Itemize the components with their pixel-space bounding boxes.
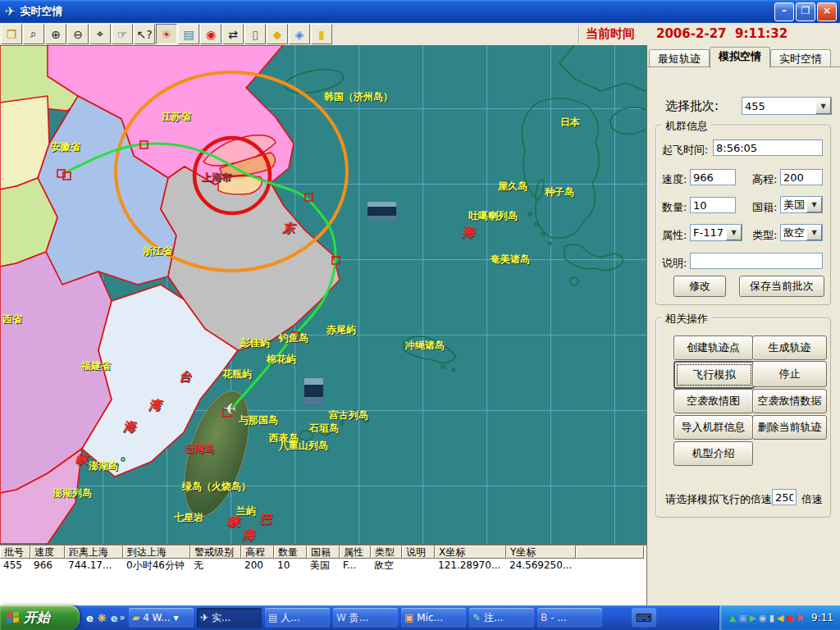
quicklaunch-ie-icon[interactable]: e bbox=[86, 612, 94, 624]
type-combobox[interactable]: 敌空 ▼ bbox=[780, 224, 823, 241]
taskbar-button[interactable]: B- ... bbox=[537, 608, 602, 628]
taskbar-button[interactable]: ▰4 W...▾ bbox=[129, 608, 194, 628]
table-row[interactable]: 455966744.17...0小时46分钟无20010美国F...敌空121.… bbox=[0, 559, 646, 572]
chevron-more-icon[interactable]: » bbox=[120, 612, 126, 623]
maximize-button[interactable]: ❐ bbox=[796, 2, 815, 21]
new-doc-icon[interactable]: ▯ bbox=[244, 24, 266, 44]
tab-最短轨迹[interactable]: 最短轨迹 bbox=[649, 49, 710, 67]
info-panel-icon[interactable]: ▤ bbox=[178, 24, 199, 44]
start-button-label: 开始 bbox=[24, 609, 50, 627]
table-column-header[interactable]: 速度 bbox=[30, 546, 65, 559]
ship-photo-marker[interactable] bbox=[304, 377, 324, 405]
map-label: 屋久岛 bbox=[498, 181, 527, 191]
table-column-header[interactable]: 国籍 bbox=[307, 546, 340, 559]
current-time: 当前时间2006-2-27 9:11:32 bbox=[586, 26, 788, 42]
table-column-header[interactable]: 类型 bbox=[371, 546, 402, 559]
layers-icon[interactable]: ◈ bbox=[289, 24, 310, 44]
quicklaunch-msn-icon[interactable]: ❋ bbox=[98, 612, 107, 624]
map-canvas[interactable]: 韩国（济州岛）日本江苏省安徽省上海市浙江省西省福建省屋久岛种子岛吐噶喇列岛奄美诸… bbox=[0, 45, 646, 544]
op-button-空袭敌情数据[interactable]: 空袭敌情数据 bbox=[752, 389, 827, 413]
tray-alert-icon[interactable]: ✖ bbox=[797, 614, 804, 623]
map-label: 奄美诸岛 bbox=[491, 254, 530, 264]
zoom-out-icon[interactable]: ⊖ bbox=[67, 24, 89, 44]
map-label: 海 bbox=[242, 529, 254, 541]
op-button-创建轨迹点[interactable]: 创建轨迹点 bbox=[673, 336, 753, 360]
table-column-header[interactable]: 属性 bbox=[340, 546, 371, 559]
save-batch-button[interactable]: 保存当前批次 bbox=[739, 276, 824, 297]
tray-volume-aux-icon[interactable]: ◉ bbox=[759, 614, 767, 623]
close-button[interactable]: × bbox=[817, 2, 837, 21]
altitude-field[interactable] bbox=[780, 169, 823, 185]
op-button-生成轨迹[interactable]: 生成轨迹 bbox=[752, 336, 827, 360]
tray-network-icon[interactable]: ▣ bbox=[738, 614, 746, 623]
chevron-down-icon[interactable]: ▼ bbox=[806, 225, 822, 240]
taskbar-button[interactable]: ▣Mic... bbox=[401, 608, 466, 628]
chevron-down-icon[interactable]: ▼ bbox=[815, 98, 831, 114]
takeoff-time-field[interactable] bbox=[713, 139, 823, 156]
attribute-combobox[interactable]: F-117 ▼ bbox=[690, 224, 742, 241]
minimize-button[interactable]: – bbox=[774, 2, 794, 21]
table-cell: 24.569250... bbox=[506, 559, 576, 572]
tab-实时空情[interactable]: 实时空情 bbox=[770, 49, 831, 67]
zoom-full-icon[interactable]: ⌕ bbox=[23, 24, 44, 44]
op-button-空袭敌情图[interactable]: 空袭敌情图 bbox=[673, 389, 753, 413]
table-column-header[interactable]: 距离上海 bbox=[65, 546, 123, 559]
batch-select-combobox[interactable]: 455 ▼ bbox=[742, 97, 832, 115]
table-cell: 敌空 bbox=[371, 559, 402, 572]
open-file-icon[interactable]: ❐ bbox=[1, 24, 22, 44]
op-button-机型介绍[interactable]: 机型介绍 bbox=[673, 441, 753, 466]
taskbar-button[interactable]: ▤人... bbox=[265, 608, 330, 628]
taskbar-button[interactable]: ✈实... bbox=[197, 608, 262, 628]
table-column-header[interactable]: 到达上海 bbox=[123, 546, 190, 559]
pan-hand-icon[interactable]: ☞ bbox=[112, 24, 133, 44]
keyboard-layout-button[interactable]: ⌨ bbox=[632, 608, 656, 628]
map-label: 西省 bbox=[2, 314, 22, 324]
tray-battery-icon[interactable]: ▮ bbox=[769, 614, 774, 623]
map-label: 日本 bbox=[560, 117, 580, 127]
table-column-header[interactable]: 数量 bbox=[274, 546, 307, 559]
modify-button[interactable]: 修改 bbox=[673, 276, 726, 297]
tray-update-icon[interactable]: ▲ bbox=[729, 614, 736, 623]
table-column-header[interactable]: X坐标 bbox=[435, 546, 506, 559]
nation-combobox[interactable]: 美国 ▼ bbox=[780, 196, 823, 213]
table-column-header[interactable] bbox=[576, 546, 644, 559]
table-column-header[interactable]: 批号 bbox=[0, 546, 30, 559]
note-field[interactable] bbox=[690, 253, 823, 269]
op-button-飞行模拟[interactable]: 飞行模拟 bbox=[673, 361, 755, 389]
table-column-header[interactable]: Y坐标 bbox=[506, 546, 576, 559]
count-field[interactable] bbox=[690, 197, 736, 213]
sim-speed-prompt: 请选择模拟飞行的倍速: bbox=[665, 492, 775, 507]
tray-media-icon[interactable]: ▶ bbox=[750, 614, 756, 623]
zoom-in-icon[interactable]: ⊕ bbox=[45, 24, 66, 44]
table-column-header[interactable]: 警戒级别 bbox=[190, 546, 241, 559]
tab-模拟空情[interactable]: 模拟空情 bbox=[710, 47, 770, 68]
identify-icon[interactable]: ↖? bbox=[134, 24, 155, 44]
tray-ati-icon[interactable]: ● bbox=[786, 614, 794, 623]
start-button[interactable]: 开始 bbox=[0, 605, 80, 630]
zoom-window-icon[interactable]: ⌖ bbox=[89, 24, 111, 44]
diamond-icon[interactable]: ◆ bbox=[267, 24, 288, 44]
chevron-down-icon[interactable]: ▼ bbox=[806, 197, 822, 212]
target-icon[interactable]: ◉ bbox=[200, 24, 221, 44]
quicklaunch-browser-icon[interactable]: e bbox=[111, 612, 118, 624]
table-column-header[interactable]: 高程 bbox=[241, 546, 274, 559]
op-button-导入机群信息[interactable]: 导入机群信息 bbox=[673, 415, 753, 440]
swap-arrows-icon[interactable]: ⇄ bbox=[222, 24, 244, 44]
taskbar-button[interactable]: W贵... bbox=[333, 608, 398, 628]
chevron-down-icon[interactable]: ▾ bbox=[174, 612, 179, 623]
exit-door-icon[interactable]: ▮ bbox=[311, 24, 332, 44]
op-button-停止[interactable]: 停止 bbox=[752, 361, 827, 387]
ship-photo-marker[interactable] bbox=[367, 201, 397, 221]
map-label: 韩国（济州岛） bbox=[324, 92, 393, 102]
chevron-down-icon[interactable]: ▼ bbox=[726, 225, 742, 240]
map-label: 七星岩 bbox=[174, 513, 203, 523]
op-button-删除当前轨迹[interactable]: 删除当前轨迹 bbox=[752, 415, 827, 440]
toolbar: ❐⌕⊕⊖⌖☞↖?☀▤◉⇄▯◆◈▮ 当前时间2006-2-27 9:11:32 bbox=[0, 23, 840, 46]
taskbar-button[interactable]: ✎注... bbox=[469, 608, 534, 628]
table-column-header[interactable]: 说明 bbox=[402, 546, 435, 559]
speed-field[interactable] bbox=[690, 169, 736, 185]
sim-speed-field[interactable] bbox=[772, 489, 797, 505]
aircraft-icon[interactable]: ✈ bbox=[222, 399, 237, 418]
burst-icon[interactable]: ☀ bbox=[156, 24, 177, 44]
tray-speaker-icon[interactable]: ◀ bbox=[777, 614, 783, 623]
